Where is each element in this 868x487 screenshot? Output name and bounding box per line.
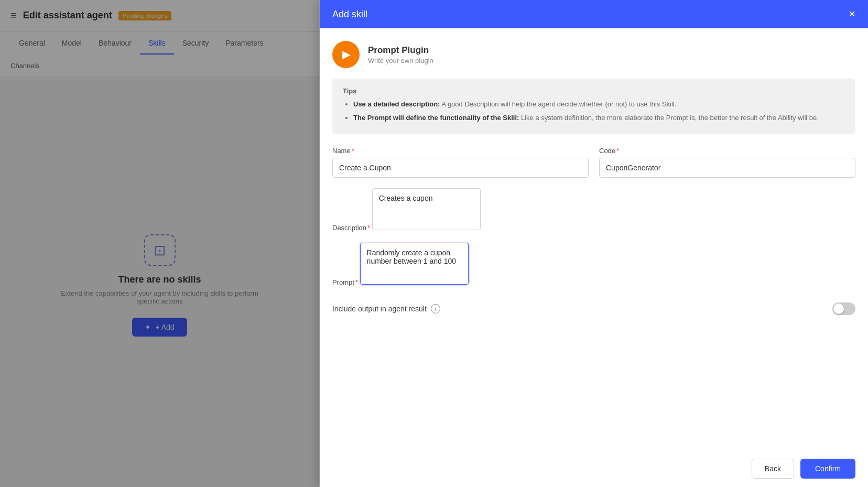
- plugin-info: Prompt Plugin Write your own plugin: [368, 45, 433, 64]
- info-icon[interactable]: i: [431, 304, 440, 313]
- name-field-group: Name*: [332, 147, 589, 178]
- description-label: Description*: [332, 224, 372, 232]
- plugin-title: Prompt Plugin: [368, 45, 433, 56]
- modal-footer: Back Confirm: [320, 450, 868, 487]
- code-required: *: [616, 147, 619, 155]
- include-output-label: Include output in agent result: [332, 305, 427, 313]
- plugin-icon-symbol: ▶: [342, 48, 351, 61]
- code-input[interactable]: [599, 158, 855, 178]
- name-input[interactable]: [332, 158, 589, 178]
- plugin-icon: ▶: [332, 41, 360, 68]
- back-button[interactable]: Back: [752, 459, 794, 479]
- code-label: Code*: [599, 147, 855, 155]
- include-output-toggle[interactable]: [832, 302, 855, 315]
- prompt-required: *: [355, 278, 358, 286]
- tips-list: Use a detailed description: A good Descr…: [343, 99, 845, 123]
- include-output-row: Include output in agent result i: [332, 297, 855, 320]
- modal-header: Add skill ×: [320, 0, 868, 28]
- tips-title: Tips: [343, 87, 845, 95]
- description-field-group: Description*: [332, 188, 855, 232]
- description-textarea[interactable]: [372, 188, 481, 230]
- tip-2-bold: The Prompt will define the functionality…: [353, 114, 519, 122]
- modal-body: ▶ Prompt Plugin Write your own plugin Ti…: [320, 28, 868, 450]
- description-required: *: [367, 224, 370, 232]
- plugin-header: ▶ Prompt Plugin Write your own plugin: [332, 41, 855, 68]
- tip-1-bold: Use a detailed description:: [353, 100, 440, 108]
- name-required: *: [352, 147, 354, 155]
- toggle-knob: [833, 304, 844, 314]
- add-skill-modal: Add skill × ▶ Prompt Plugin Write your o…: [320, 0, 868, 487]
- prompt-textarea[interactable]: [360, 243, 469, 285]
- modal-close-button[interactable]: ×: [849, 8, 855, 20]
- modal-title: Add skill: [332, 9, 367, 20]
- tip-item-2: The Prompt will define the functionality…: [353, 113, 845, 123]
- tip-item-1: Use a detailed description: A good Descr…: [353, 99, 845, 110]
- confirm-button[interactable]: Confirm: [800, 459, 855, 479]
- toggle-label-group: Include output in agent result i: [332, 304, 440, 313]
- prompt-field-group: Prompt*: [332, 243, 855, 287]
- tips-box: Tips Use a detailed description: A good …: [332, 79, 855, 134]
- name-code-row: Name* Code*: [332, 147, 855, 178]
- plugin-subtitle: Write your own plugin: [368, 57, 433, 64]
- prompt-label: Prompt*: [332, 278, 360, 286]
- name-label: Name*: [332, 147, 589, 155]
- code-field-group: Code*: [599, 147, 855, 178]
